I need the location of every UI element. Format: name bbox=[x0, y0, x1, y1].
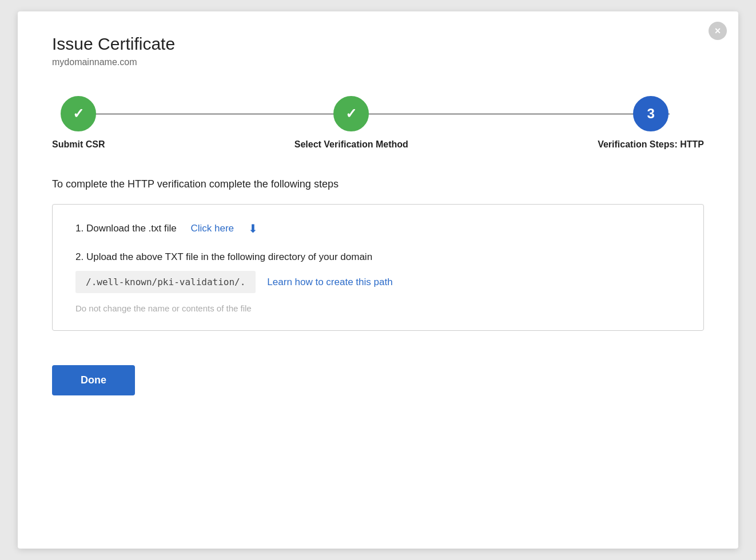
step-label-2: Select Verification Method bbox=[295, 139, 408, 150]
step-verification-http: 3 Verification Steps: HTTP bbox=[598, 96, 704, 150]
download-icon: ⬇ bbox=[248, 222, 258, 235]
step-label-3: Verification Steps: HTTP bbox=[598, 139, 704, 150]
step1-prefix: 1. Download the .txt file bbox=[75, 223, 177, 234]
done-button[interactable]: Done bbox=[52, 365, 135, 395]
step-item-1: 1. Download the .txt file Click here ⬇ bbox=[75, 222, 681, 235]
issue-certificate-dialog: × Issue Certificate mydomainname.com ✓ S… bbox=[18, 11, 738, 549]
dialog-subtitle: mydomainname.com bbox=[52, 57, 704, 67]
step-label-1: Submit CSR bbox=[52, 139, 105, 150]
close-button[interactable]: × bbox=[709, 22, 727, 40]
checkmark-icon-2: ✓ bbox=[345, 106, 357, 122]
step-circle-2: ✓ bbox=[333, 96, 369, 131]
learn-path-link[interactable]: Learn how to create this path bbox=[267, 277, 392, 288]
verification-steps-box: 1. Download the .txt file Click here ⬇ 2… bbox=[52, 204, 704, 331]
note-text: Do not change the name or contents of th… bbox=[75, 303, 252, 313]
section-description: To complete the HTTP verification comple… bbox=[52, 178, 704, 190]
step-select-verification: ✓ Select Verification Method bbox=[295, 96, 408, 150]
checkmark-icon-1: ✓ bbox=[73, 106, 84, 122]
stepper: ✓ Submit CSR ✓ Select Verification Metho… bbox=[52, 96, 704, 150]
stepper-steps: ✓ Submit CSR ✓ Select Verification Metho… bbox=[52, 96, 704, 150]
step-circle-1: ✓ bbox=[61, 96, 96, 131]
step-number-3: 3 bbox=[647, 106, 654, 122]
dialog-title: Issue Certificate bbox=[52, 34, 704, 54]
step2-row: /.well-known/pki-validation/. Learn how … bbox=[75, 271, 393, 293]
step-item-2: 2. Upload the above TXT file in the foll… bbox=[75, 251, 681, 313]
path-display: /.well-known/pki-validation/. bbox=[75, 271, 256, 293]
close-icon: × bbox=[715, 25, 721, 37]
click-here-link[interactable]: Click here bbox=[190, 223, 234, 234]
step2-prefix: 2. Upload the above TXT file in the foll… bbox=[75, 251, 372, 263]
step-submit-csr: ✓ Submit CSR bbox=[52, 96, 105, 150]
step-circle-3: 3 bbox=[633, 96, 669, 131]
